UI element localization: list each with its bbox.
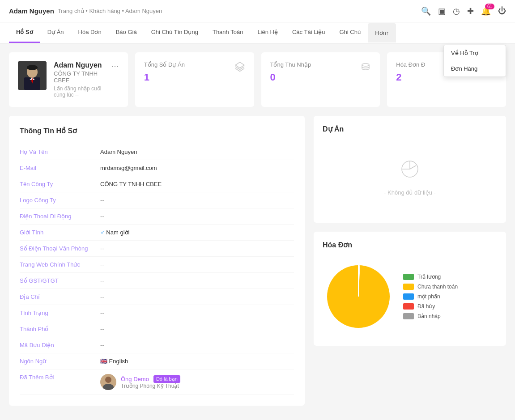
profile-company: CÔNG TY TNHH CBEE (54, 70, 104, 84)
clock-icon[interactable]: ◷ (453, 6, 460, 16)
details-card: Thông Tin Hồ Sơ Họ Và Tên Adam Nguyen E-… (9, 116, 305, 406)
header-right: 🔍 ▣ ◷ ✚ 🔔 61 ⏻ (421, 6, 506, 16)
legend-color-paid (403, 274, 414, 280)
detail-row-gst: Số GST/GTGT -- (20, 273, 294, 289)
detail-label-postal: Mã Bưu Điện (20, 342, 100, 348)
pie-empty-icon (399, 158, 421, 184)
tab-bao-gia[interactable]: Báo Giá (109, 22, 144, 43)
chart-legend: Trả lương Chưa thanh toán một phần (403, 274, 458, 319)
legend-item-paid: Trả lương (403, 274, 458, 280)
detail-row-logo: Logo Công Ty -- (20, 192, 294, 208)
svg-point-7 (362, 64, 369, 66)
stat-card-thu-nhap: Tổng Thu Nhập 0 (261, 52, 380, 107)
search-icon[interactable]: 🔍 (421, 6, 431, 16)
added-by-avatar (100, 374, 116, 390)
hoa-don-title: Hóa Đơn (323, 241, 497, 249)
header: Adam Nguyen Trang chủ • Khách hàng • Ada… (0, 0, 515, 22)
tab-ho-so[interactable]: Hồ Sơ (9, 22, 40, 43)
du-an-card: Dự Án - Không đủ dữ liệu - (314, 116, 506, 223)
power-icon[interactable]: ⏻ (498, 6, 506, 16)
tab-ghi-chu[interactable]: Ghi Chú (332, 22, 368, 43)
detail-row-added-by: Đã Thêm Bởi Ông Demo (20, 369, 294, 395)
detail-value-logo: -- (100, 197, 104, 204)
legend-item-unpaid: Chưa thanh toán (403, 284, 458, 290)
detail-value-office-phone: -- (100, 245, 104, 252)
legend-color-draft (403, 313, 414, 319)
tab-du-an[interactable]: Dự Án (40, 22, 71, 43)
legend-label-partial: một phần (417, 293, 440, 300)
detail-label-gst: Số GST/GTGT (20, 277, 100, 284)
legend-item-cancelled: Đã hủy (403, 303, 458, 310)
right-col: Dự Án - Không đủ dữ liệu - Hóa Đơn (314, 116, 506, 406)
profile-card: Adam Nguyen CÔNG TY TNHH CBEE Lần đăng n… (9, 52, 128, 107)
header-brand: Adam Nguyen (9, 7, 54, 15)
stat-card-du-an: Tổng Số Dự Án 1 (135, 52, 254, 107)
detail-row-email: E-Mail mrdamsg@gmail.com (20, 160, 294, 176)
nav-wrapper: Hồ Sơ Dự Án Hóa Đơn Báo Giá Ghi Chú Tín … (0, 22, 515, 43)
detail-value-website: -- (100, 261, 104, 268)
du-an-empty-text: - Không đủ dữ liệu - (384, 189, 436, 196)
detail-label-logo: Logo Công Ty (20, 197, 100, 204)
detail-value-added-by: Ông Demo Đó là bạn Trưởng Phòng Kỹ Thuật (100, 374, 180, 390)
stat-title-du-an: Tổng Số Dự Án (144, 61, 245, 68)
tab-thanh-toan[interactable]: Thanh Toán (205, 22, 250, 43)
detail-value-language: 🇬🇧 English (100, 358, 128, 365)
tab-cac-tai-lieu[interactable]: Các Tài Liệu (285, 22, 332, 43)
detail-row-company: Tên Công Ty CÔNG TY TNHH CBEE (20, 176, 294, 192)
detail-row-office-phone: Số Điện Thoại Văn Phòng -- (20, 241, 294, 257)
added-by-badge: Đó là bạn (153, 375, 180, 383)
header-breadcrumb: Trang chủ • Khách hàng • Adam Nguyen (58, 8, 162, 14)
detail-label-city: Thành Phố (20, 326, 100, 332)
detail-value-postal: -- (100, 342, 104, 348)
detail-value-email: mrdamsg@gmail.com (100, 165, 157, 171)
coins-icon (360, 61, 371, 75)
legend-color-cancelled (403, 303, 414, 310)
added-by-info: Ông Demo Đó là bạn Trưởng Phòng Kỹ Thuật (121, 375, 180, 389)
avatar (18, 61, 47, 90)
legend-color-partial (403, 293, 414, 300)
message-icon[interactable]: ▣ (438, 6, 446, 16)
notification-icon[interactable]: 🔔 61 (481, 6, 491, 16)
detail-label-office-phone: Số Điện Thoại Văn Phòng (20, 245, 100, 252)
profile-last-login: Lần đăng nhập cuối cùng lúc -- (54, 85, 104, 98)
svg-line-13 (410, 165, 416, 169)
avatar-image (18, 61, 47, 90)
tab-lien-he[interactable]: Liên Hệ (250, 22, 285, 43)
detail-label-gender: Giới Tính (20, 229, 100, 236)
detail-row-language: Ngôn Ngữ 🇬🇧 English (20, 353, 294, 369)
notification-badge: 61 (485, 4, 494, 9)
detail-value-gender: ♂ Nam giới (100, 229, 129, 236)
header-left: Adam Nguyen Trang chủ • Khách hàng • Ada… (9, 7, 162, 15)
detail-label-status: Tình Trạng (20, 310, 100, 316)
du-an-empty: - Không đủ dữ liệu - (323, 140, 497, 214)
detail-value-phone: -- (100, 213, 104, 220)
nav-tabs: Hồ Sơ Dự Án Hóa Đơn Báo Giá Ghi Chú Tín … (0, 22, 515, 43)
detail-row-postal: Mã Bưu Điện -- (20, 337, 294, 353)
hoa-don-card: Hóa Đơn (314, 232, 506, 346)
detail-label-phone: Điện Thoại Di Động (20, 213, 100, 220)
legend-label-draft: Bản nháp (417, 313, 441, 319)
tab-ghi-chu-tin-dung[interactable]: Ghi Chú Tín Dụng (144, 22, 205, 43)
profile-more-button[interactable]: ⋯ (111, 61, 119, 71)
detail-label-website: Trang Web Chính Thức (20, 261, 100, 268)
added-by-section: Ông Demo Đó là bạn Trưởng Phòng Kỹ Thuật (100, 374, 180, 390)
plus-icon[interactable]: ✚ (467, 6, 474, 16)
tab-hoa-don[interactable]: Hóa Đơn (71, 22, 109, 43)
detail-value-company: CÔNG TY TNHH CBEE (100, 181, 162, 187)
layers-icon (234, 61, 245, 75)
stat-value-thu-nhap: 0 (270, 72, 371, 83)
tab-more[interactable]: Hơn↑ (368, 23, 396, 42)
added-by-role: Trưởng Phòng Kỹ Thuật (121, 383, 180, 389)
legend-label-cancelled: Đã hủy (417, 303, 435, 310)
more-dropdown: Về Hỗ Trợ Đơn Hàng (443, 45, 506, 77)
dropdown-item-ve-ho-tro[interactable]: Về Hỗ Trợ (444, 45, 506, 61)
added-by-name: Ông Demo (121, 376, 149, 382)
detail-label-email: E-Mail (20, 165, 100, 171)
detail-row-gender: Giới Tính ♂ Nam giới (20, 225, 294, 241)
cards-row: Adam Nguyen CÔNG TY TNHH CBEE Lần đăng n… (9, 52, 506, 107)
detail-row-city: Thành Phố -- (20, 321, 294, 337)
detail-row-phone: Điện Thoại Di Động -- (20, 208, 294, 225)
detail-row-status: Tình Trạng -- (20, 305, 294, 321)
detail-row-website: Trang Web Chính Thức -- (20, 257, 294, 273)
dropdown-item-don-hang[interactable]: Đơn Hàng (444, 61, 506, 76)
